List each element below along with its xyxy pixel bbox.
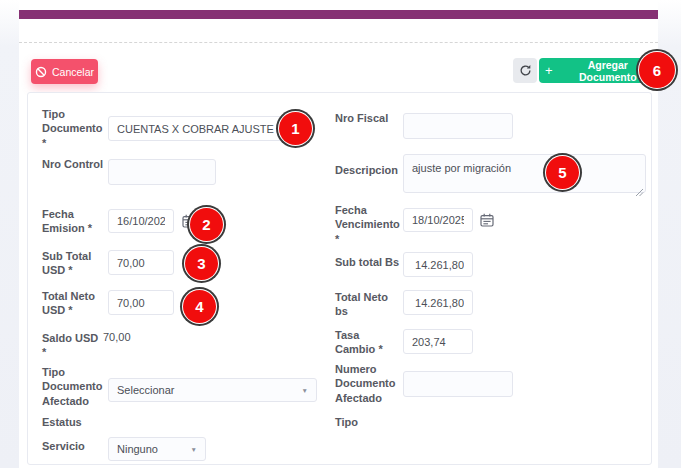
tipo-documento-input[interactable] — [108, 116, 307, 141]
sub-total-bs-label: Sub total Bs — [335, 255, 401, 269]
descripcion-label: Descripcion — [335, 163, 401, 177]
dashed-divider — [19, 42, 658, 43]
descripcion-textarea[interactable]: ajuste por migración — [403, 154, 646, 193]
total-neto-usd-label: Total Neto USD * — [42, 289, 104, 318]
tipo-documento-afectado-selected: Seleccionar — [117, 384, 174, 396]
fecha-emision-label: Fecha Emision * — [42, 207, 104, 236]
fecha-vencimiento-label: Fecha Vencimiento * — [335, 203, 401, 246]
annotation-callout-5: 5 — [546, 156, 579, 189]
refresh-button[interactable] — [513, 58, 537, 83]
total-neto-bs-label: Total Neto bs — [335, 290, 401, 319]
accent-bar — [19, 10, 658, 19]
numero-documento-afectado-input[interactable] — [403, 371, 513, 397]
nro-fiscal-label: Nro Fiscal — [335, 111, 401, 125]
annotation-callout-6: 6 — [639, 52, 675, 88]
sub-total-bs-input[interactable] — [403, 252, 473, 277]
refresh-icon — [519, 64, 532, 77]
tasa-cambio-label: Tasa Cambio * — [335, 328, 401, 357]
total-neto-bs-input[interactable] — [403, 290, 473, 315]
cancel-button[interactable]: Cancelar — [31, 59, 98, 84]
nro-control-input[interactable] — [108, 159, 216, 185]
nro-fiscal-input[interactable] — [403, 113, 513, 139]
numero-documento-afectado-label: Numero Documento Afectado — [335, 362, 401, 405]
calendar-icon[interactable] — [480, 213, 494, 227]
screen: Cancelar + Agregar Documento Tipo Docume… — [0, 0, 681, 468]
sub-total-usd-label: Sub Total USD * — [42, 249, 104, 278]
servicio-select[interactable]: Ninguno ▼ — [108, 437, 206, 461]
tipo-documento-label: Tipo Documento * — [42, 107, 104, 150]
document-form-card: Tipo Documento * Nro Control Fecha Emisi… — [27, 92, 652, 465]
annotation-callout-4: 4 — [183, 290, 216, 323]
resize-grip-icon[interactable] — [635, 183, 644, 201]
annotation-callout-3: 3 — [185, 247, 218, 280]
tasa-cambio-input[interactable] — [403, 329, 473, 354]
estatus-label: Estatus — [42, 415, 104, 429]
plus-icon: + — [545, 64, 553, 77]
prohibition-icon — [35, 66, 47, 78]
chevron-down-icon: ▼ — [302, 387, 308, 394]
saldo-usd-label: Saldo USD * — [42, 331, 104, 360]
fecha-emision-input[interactable] — [108, 209, 174, 233]
saldo-usd-value: 70,00 — [103, 331, 131, 343]
cancel-button-label: Cancelar — [52, 66, 94, 78]
total-neto-usd-input[interactable] — [108, 290, 174, 315]
annotation-callout-2: 2 — [190, 208, 223, 241]
servicio-label: Servicio — [42, 439, 104, 453]
servicio-selected: Ninguno — [117, 443, 158, 455]
fecha-vencimiento-input[interactable] — [403, 208, 473, 232]
tipo-documento-afectado-label: Tipo Documento Afectado — [42, 365, 104, 408]
annotation-callout-1: 1 — [279, 112, 312, 145]
chevron-down-icon: ▼ — [191, 446, 197, 453]
sub-total-usd-input[interactable] — [108, 250, 174, 275]
tipo-label: Tipo — [335, 415, 401, 429]
nro-control-label: Nro Control — [42, 157, 104, 171]
tipo-documento-afectado-select[interactable]: Seleccionar ▼ — [108, 378, 317, 402]
